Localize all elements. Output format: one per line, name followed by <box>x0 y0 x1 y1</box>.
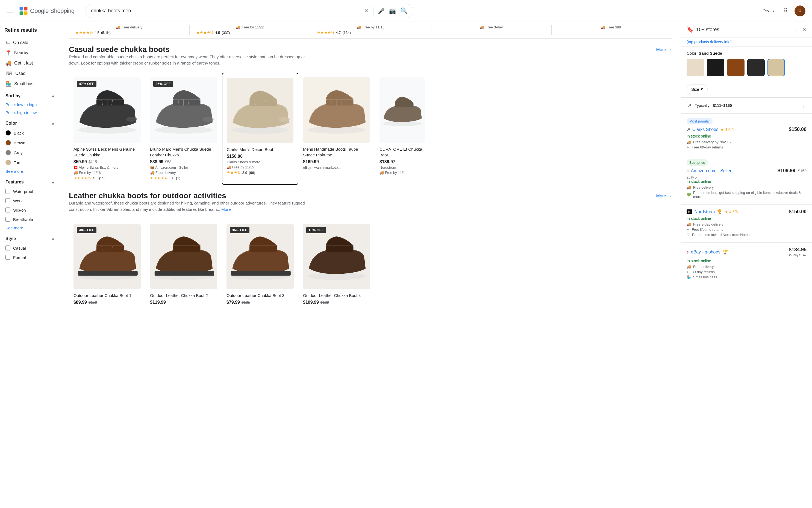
voice-icon[interactable]: 🎤 <box>378 8 385 14</box>
features-see-more[interactable]: See more <box>4 224 55 232</box>
product-original-alpine: $115 <box>89 160 97 164</box>
panel-more-btn[interactable]: ⋮ <box>793 26 799 33</box>
product-card-outdoor3[interactable]: 36% OFF Outdoor Leather Chukka Boot 3 $7 <box>222 219 298 309</box>
product-name-alpine: Alpine Swiss Beck Mens Genuine Suede Chu… <box>74 146 141 158</box>
style-casual[interactable]: Casual <box>4 243 55 253</box>
sort-by-chevron: ∧ <box>52 94 54 98</box>
hamburger-menu[interactable] <box>7 9 13 13</box>
formal-checkbox[interactable] <box>5 255 10 260</box>
casual-checkbox[interactable] <box>5 246 10 250</box>
seller-name-alpine: Alpine Swiss Br... & more <box>79 165 118 170</box>
stars-1: ★★★★½ <box>76 30 93 35</box>
product-card-alpine[interactable]: 47% OFF Alpine Swi <box>69 73 145 185</box>
product-img-alpine: 47% OFF <box>74 77 141 143</box>
color-tan[interactable]: Tan <box>4 158 55 167</box>
swatch-sand[interactable] <box>767 59 785 76</box>
features-section[interactable]: Features ∧ <box>4 175 55 187</box>
swatch-cream[interactable] <box>686 59 704 76</box>
feature-waterproof[interactable]: Waterproof <box>4 187 55 196</box>
panel-close-btn[interactable]: ✕ <box>802 26 807 33</box>
seller-amazon-more-btn[interactable]: ⋮ <box>802 159 808 166</box>
seller-ebay-name[interactable]: eBay - q-shoes <box>691 250 720 255</box>
seller-nordstrom-more-btn[interactable]: ⋮ <box>802 209 808 215</box>
sidebar-item-on-sale[interactable]: 🏷 On sale <box>4 37 55 48</box>
product-img-curatore <box>380 77 425 143</box>
amazon-price-group: $109.99 $150 <box>777 168 807 174</box>
sidebar-item-get-it-fast[interactable]: 🚚 Get it fast <box>4 58 55 68</box>
sort-price-low-high[interactable]: Price: low to high <box>4 100 55 109</box>
rating-val-bruno: 5.0 <box>170 176 174 180</box>
size-button[interactable]: Size ▾ <box>686 84 708 94</box>
seller-name-bruno: Amazon.com - Seller <box>155 165 188 170</box>
discount-badge-alpine: 47% OFF <box>77 81 96 87</box>
search-icon[interactable]: 🔍 <box>400 7 408 14</box>
color-see-more[interactable]: See more <box>4 167 55 175</box>
seller-ebay-more-btn[interactable]: ⋮ <box>802 247 808 253</box>
style-formal[interactable]: Formal <box>4 253 55 262</box>
delivery-text-3: Free by 11/15 <box>363 25 384 29</box>
feature-slip-on[interactable]: Slip-on <box>4 205 55 215</box>
used-icon: ⌨ <box>5 71 12 77</box>
swatch-brown[interactable] <box>727 59 745 76</box>
color-gray[interactable]: Gray <box>4 147 55 158</box>
top-product-5[interactable]: 🚚 Free $89+ <box>552 25 672 35</box>
seller-ebay-info: e eBay - q-shoes 🏆 <box>686 249 728 255</box>
sidebar-item-small-busi[interactable]: 🏪 Small busi... <box>4 79 55 89</box>
product-card-curatore[interactable]: CURATORE Et Chukka Boot $139.97 Nordstro… <box>375 73 429 185</box>
color-section[interactable]: Color ∧ <box>4 117 55 128</box>
products-row-1: 47% OFF Alpine Swi <box>69 73 672 185</box>
sort-by-section[interactable]: Sort by ∧ <box>4 89 55 100</box>
top-product-1[interactable]: 🚚 Free delivery ★★★★½ 4.5 (5.1K) <box>69 25 190 35</box>
desc-more-link[interactable]: More <box>221 207 231 212</box>
search-bar[interactable]: ✕ 🎤 📷 🔍 <box>86 4 413 18</box>
color-brown[interactable]: Brown <box>4 138 55 147</box>
price-more-btn[interactable]: ⋮ <box>801 102 807 109</box>
product-card-bruno[interactable]: 26% OFF Bruno Marc <box>145 73 222 185</box>
store-icon: 🏪 <box>5 81 11 87</box>
product-price-row-outdoor1: $89.99 $150 <box>74 300 141 305</box>
slip-on-checkbox[interactable] <box>5 208 10 212</box>
seller-nordstrom-name[interactable]: Nordstrom <box>695 209 715 214</box>
breathable-checkbox[interactable] <box>5 217 10 222</box>
clarks-stock: In stock online <box>686 134 807 138</box>
user-avatar[interactable]: U <box>795 5 805 16</box>
more-button-1[interactable]: More → <box>656 45 672 54</box>
product-card-outdoor2[interactable]: Outdoor Leather Chukka Boot 2 $119.99 <box>145 219 222 309</box>
style-section[interactable]: Style ∧ <box>4 232 55 243</box>
feature-breathable[interactable]: Breathable <box>4 215 55 224</box>
sort-price-high-low[interactable]: Price: high to low <box>4 109 55 117</box>
svg-rect-30 <box>96 246 124 252</box>
seller-clarks-more-btn[interactable]: ⋮ <box>802 118 808 125</box>
product-card-handmade[interactable]: Mens Handmade Boots Taupe Suede Plain-to… <box>298 73 375 185</box>
search-input[interactable] <box>91 8 361 14</box>
work-checkbox[interactable] <box>5 198 10 203</box>
top-product-4[interactable]: 🚚 Free 3-day <box>431 25 552 35</box>
product-card-clarks[interactable]: Clarks Men's Desert Boot $150.00 Clarks … <box>222 73 298 185</box>
color-black[interactable]: Black <box>4 128 55 138</box>
seller-amazon-name[interactable]: Amazon.com - Seller <box>691 168 732 173</box>
lens-icon[interactable]: 📷 <box>389 8 396 14</box>
product-card-outdoor1[interactable]: 40% OFF Outdoor Le <box>69 219 145 309</box>
delivery-icon-1: 🚚 <box>116 25 120 29</box>
feature-work[interactable]: Work <box>4 196 55 205</box>
deals-button[interactable]: Deals <box>759 6 777 15</box>
grid-icon[interactable]: ⠿ <box>783 7 788 14</box>
top-product-3[interactable]: 🚚 Free by 11/15 ★★★★¾ 4.7 (134) <box>311 25 431 35</box>
style-title: Style <box>5 236 16 241</box>
swatch-black[interactable] <box>707 59 724 76</box>
google-logo-icon <box>18 6 29 16</box>
more-button-2[interactable]: More → <box>656 192 672 201</box>
top-product-2[interactable]: 🚚 Free by 11/22 ★★★★½ 4.5 (337) <box>190 25 311 35</box>
product-price-row-clarks: $150.00 <box>227 154 293 159</box>
product-img-clarks <box>227 78 293 143</box>
svg-rect-40 <box>231 271 291 276</box>
product-card-outdoor4[interactable]: 15% OFF Outdoor Leather Chukka Boot 4 $1… <box>298 219 375 309</box>
rating-count-1: (5.1K) <box>101 31 111 35</box>
seller-clarks-name[interactable]: Clarks Shoes <box>692 127 718 132</box>
sidebar-item-nearby[interactable]: 📍 Nearby <box>4 48 55 58</box>
sidebar-item-used[interactable]: ⌨ Used <box>4 68 55 79</box>
swatch-dark[interactable] <box>747 59 765 76</box>
rating-val-clarks: 3.9 <box>242 171 247 175</box>
waterproof-checkbox[interactable] <box>5 189 10 194</box>
clear-icon[interactable]: ✕ <box>364 8 369 14</box>
